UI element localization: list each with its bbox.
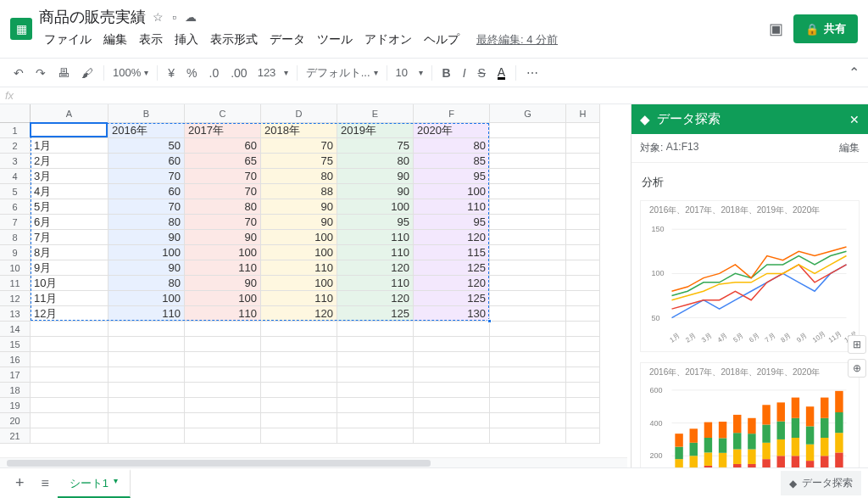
cell-G7[interactable] (490, 215, 566, 230)
cell-G14[interactable] (490, 322, 566, 337)
cell-A15[interactable] (31, 337, 108, 352)
menu-2[interactable]: 表示 (134, 29, 168, 51)
cell-C7[interactable]: 70 (185, 215, 261, 230)
suggested-chart-bar[interactable]: 2016年、2017年、2018年、2019年、2020年 200400600 (640, 362, 860, 475)
sheet-tab-1[interactable]: シート1 ▾ (58, 469, 131, 498)
cell-F8[interactable]: 120 (414, 230, 490, 245)
menu-4[interactable]: 表示形式 (205, 29, 263, 51)
cell-H15[interactable] (566, 337, 600, 352)
col-header-E[interactable]: E (337, 104, 414, 123)
cell-A8[interactable]: 7月 (31, 230, 108, 245)
cell-D17[interactable] (261, 367, 337, 383)
share-button[interactable]: 🔒 共有 (793, 14, 858, 43)
cell-A6[interactable]: 5月 (31, 199, 108, 215)
cell-H5[interactable] (566, 184, 600, 199)
cell-E2[interactable]: 75 (337, 138, 414, 154)
cell-H17[interactable] (566, 367, 600, 383)
cell-F18[interactable] (414, 383, 490, 398)
cell-A10[interactable]: 9月 (31, 260, 108, 276)
cell-C6[interactable]: 80 (185, 199, 261, 215)
cell-C18[interactable] (185, 383, 261, 398)
undo-button[interactable]: ↶ (8, 63, 29, 83)
number-format-combo[interactable]: 123▾ (254, 64, 292, 81)
row-header-9[interactable]: 9 (0, 245, 31, 260)
cell-B18[interactable] (108, 383, 185, 398)
cell-F3[interactable]: 85 (414, 154, 490, 169)
cell-D11[interactable]: 100 (261, 276, 337, 291)
cell-D2[interactable]: 70 (261, 138, 337, 154)
cell-D4[interactable]: 80 (261, 169, 337, 184)
cell-B20[interactable] (108, 413, 185, 428)
cell-H6[interactable] (566, 199, 600, 215)
cell-F1[interactable]: 2020年 (414, 123, 490, 138)
cell-G2[interactable] (490, 138, 566, 154)
close-explore-icon[interactable]: ✕ (849, 113, 860, 126)
cell-G9[interactable] (490, 245, 566, 260)
cell-A20[interactable] (31, 413, 108, 428)
redo-button[interactable]: ↷ (31, 63, 51, 83)
zoom-combo[interactable]: 100%▾ (109, 64, 152, 81)
explore-button[interactable]: ◆ データ探索 (781, 471, 861, 495)
cell-B17[interactable] (108, 367, 185, 383)
cell-G4[interactable] (490, 169, 566, 184)
row-header-20[interactable]: 20 (0, 413, 31, 428)
collapse-toolbar-icon[interactable]: ⌃ (849, 64, 860, 81)
cell-G17[interactable] (490, 367, 566, 383)
cell-H21[interactable] (566, 428, 600, 444)
col-header-B[interactable]: B (108, 104, 185, 123)
row-header-13[interactable]: 13 (0, 306, 31, 322)
cell-G10[interactable] (490, 260, 566, 276)
cell-D6[interactable]: 90 (261, 199, 337, 215)
col-header-H[interactable]: H (566, 104, 600, 123)
cell-B13[interactable]: 110 (108, 306, 185, 322)
cell-C1[interactable]: 2017年 (185, 123, 261, 138)
cell-F5[interactable]: 100 (414, 184, 490, 199)
cell-C2[interactable]: 60 (185, 138, 261, 154)
menu-3[interactable]: 挿入 (170, 29, 203, 51)
comments-icon[interactable]: ▣ (769, 20, 783, 38)
edit-range-link[interactable]: 編集 (839, 141, 860, 155)
cell-C11[interactable]: 90 (185, 276, 261, 291)
cell-A19[interactable] (31, 398, 108, 413)
cell-H7[interactable] (566, 215, 600, 230)
cell-C20[interactable] (185, 413, 261, 428)
cell-B11[interactable]: 80 (108, 276, 185, 291)
cell-D10[interactable]: 110 (261, 260, 337, 276)
cell-A13[interactable]: 12月 (31, 306, 108, 322)
cell-E9[interactable]: 110 (337, 245, 414, 260)
cell-B14[interactable] (108, 322, 185, 337)
cell-F6[interactable]: 110 (414, 199, 490, 215)
cell-B7[interactable]: 80 (108, 215, 185, 230)
cell-D8[interactable]: 100 (261, 230, 337, 245)
document-title[interactable]: 商品の販売実績 (39, 7, 146, 27)
cell-F11[interactable]: 120 (414, 276, 490, 291)
cell-A21[interactable] (31, 428, 108, 444)
col-header-D[interactable]: D (261, 104, 337, 123)
cell-G8[interactable] (490, 230, 566, 245)
cell-F10[interactable]: 125 (414, 260, 490, 276)
more-button[interactable]: ⋯ (521, 63, 543, 83)
cell-H10[interactable] (566, 260, 600, 276)
cell-E15[interactable] (337, 337, 414, 352)
suggested-chart-line[interactable]: 2016年、2017年、2018年、2019年、2020年 501001501月… (640, 200, 860, 352)
cell-C8[interactable]: 90 (185, 230, 261, 245)
scrollbar-thumb[interactable] (7, 460, 431, 467)
cell-D20[interactable] (261, 413, 337, 428)
cell-D21[interactable] (261, 428, 337, 444)
cell-B9[interactable]: 100 (108, 245, 185, 260)
row-header-8[interactable]: 8 (0, 230, 31, 245)
formula-bar[interactable]: fx (0, 87, 868, 104)
row-header-19[interactable]: 19 (0, 398, 31, 413)
col-header-F[interactable]: F (414, 104, 490, 123)
cell-E16[interactable] (337, 352, 414, 367)
cell-F7[interactable]: 95 (414, 215, 490, 230)
cell-E21[interactable] (337, 428, 414, 444)
cell-C17[interactable] (185, 367, 261, 383)
cell-C14[interactable] (185, 322, 261, 337)
cell-H8[interactable] (566, 230, 600, 245)
percent-button[interactable]: % (181, 63, 202, 83)
cell-A16[interactable] (31, 352, 108, 367)
menu-1[interactable]: 編集 (98, 29, 132, 51)
cell-H18[interactable] (566, 383, 600, 398)
cell-C12[interactable]: 100 (185, 291, 261, 306)
